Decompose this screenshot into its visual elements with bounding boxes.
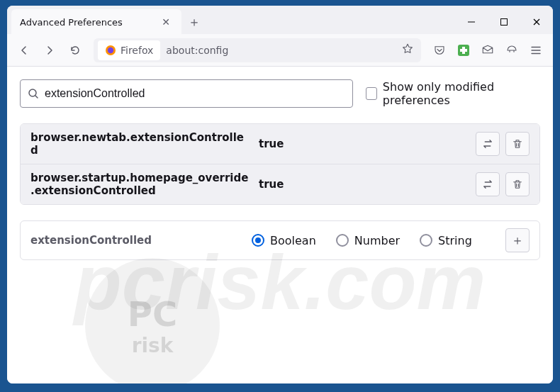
close-window-button[interactable] xyxy=(520,10,553,34)
close-tab-icon[interactable]: ✕ xyxy=(159,16,173,28)
svg-point-5 xyxy=(108,47,113,52)
search-icon xyxy=(28,88,39,99)
identity-label: Firefox xyxy=(121,45,153,56)
toolbar-right-icons xyxy=(428,39,547,62)
add-preference-row: extensionControlled Boolean Number Strin… xyxy=(20,220,540,260)
pref-value: true xyxy=(259,178,467,191)
type-radio-group: Boolean Number String xyxy=(252,234,490,247)
url-text: about:config xyxy=(166,45,396,56)
inbox-icon[interactable] xyxy=(476,39,499,62)
radio-icon xyxy=(336,234,349,247)
new-tab-button[interactable]: ＋ xyxy=(181,13,207,30)
pref-row[interactable]: browser.startup.homepage_override.extens… xyxy=(21,164,539,204)
firefox-icon xyxy=(105,45,116,56)
svg-rect-8 xyxy=(460,49,467,52)
radio-boolean[interactable]: Boolean xyxy=(252,234,316,247)
search-box[interactable] xyxy=(20,79,353,108)
row-actions xyxy=(476,132,530,156)
pocket-icon[interactable] xyxy=(428,39,451,62)
toggle-button[interactable] xyxy=(476,172,500,196)
show-modified-checkbox[interactable]: Show only modified preferences xyxy=(366,80,540,107)
delete-button[interactable] xyxy=(505,132,530,156)
radio-icon xyxy=(252,234,264,247)
add-pref-name: extensionControlled xyxy=(30,234,236,247)
toggle-button[interactable] xyxy=(476,132,500,156)
browser-window: Advanced Preferences ✕ ＋ xyxy=(7,6,553,383)
page-content: Show only modified preferences browser.n… xyxy=(7,67,553,383)
search-row: Show only modified preferences xyxy=(20,79,540,108)
minimize-button[interactable] xyxy=(455,10,488,34)
svg-line-10 xyxy=(35,96,38,98)
bookmark-star-icon[interactable] xyxy=(401,43,414,58)
delete-button[interactable] xyxy=(505,172,530,196)
pref-row[interactable]: browser.newtab.extensionControlled true xyxy=(21,124,539,164)
radio-label: Number xyxy=(354,234,400,247)
reload-button[interactable] xyxy=(64,39,86,62)
row-actions xyxy=(476,172,530,196)
identity-box[interactable]: Firefox xyxy=(98,40,160,60)
pref-name: browser.startup.homepage_override.extens… xyxy=(30,172,250,197)
tab-label: Advanced Preferences xyxy=(20,17,159,28)
navigation-toolbar: Firefox about:config xyxy=(7,34,553,67)
search-input[interactable] xyxy=(45,87,345,100)
checkbox-label: Show only modified preferences xyxy=(383,80,540,107)
svg-rect-1 xyxy=(501,19,508,26)
extension-icon[interactable] xyxy=(452,39,475,62)
window-controls xyxy=(455,10,553,34)
watermark-badge: PC risk xyxy=(85,258,220,383)
hamburger-menu-icon[interactable] xyxy=(525,39,547,62)
radio-label: String xyxy=(438,234,472,247)
checkbox-icon xyxy=(366,87,377,100)
radio-number[interactable]: Number xyxy=(336,234,400,247)
pref-name: browser.newtab.extensionControlled xyxy=(30,131,250,157)
radio-icon xyxy=(420,234,432,247)
maximize-button[interactable] xyxy=(488,10,520,34)
titlebar: Advanced Preferences ✕ ＋ xyxy=(7,6,553,34)
tab-advanced-preferences[interactable]: Advanced Preferences ✕ xyxy=(11,9,181,35)
back-button[interactable] xyxy=(13,39,35,62)
forward-button[interactable] xyxy=(38,39,61,62)
radio-string[interactable]: String xyxy=(420,234,472,247)
pref-value: true xyxy=(259,138,467,150)
radio-label: Boolean xyxy=(270,234,316,247)
url-bar[interactable]: Firefox about:config xyxy=(94,38,421,62)
add-button[interactable]: ＋ xyxy=(505,228,530,252)
shield-icon[interactable] xyxy=(500,39,523,62)
preference-list: browser.newtab.extensionControlled true … xyxy=(20,123,540,205)
